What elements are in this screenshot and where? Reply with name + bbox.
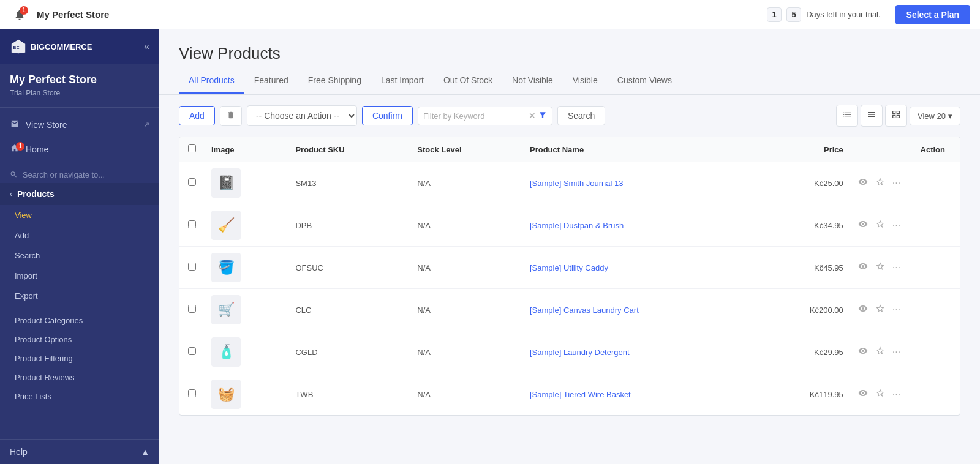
row-stock: N/A xyxy=(410,162,522,204)
search-button[interactable]: Search xyxy=(557,106,605,125)
row-checkbox[interactable] xyxy=(179,373,204,416)
eye-icon[interactable] xyxy=(858,219,868,231)
sidebar-item-price-lists[interactable]: Price Lists xyxy=(0,387,159,406)
product-name-link[interactable]: [Sample] Canvas Laundry Cart xyxy=(530,305,639,315)
view-count-chevron-icon: ▾ xyxy=(948,111,952,121)
star-icon[interactable] xyxy=(875,261,885,274)
row-sku: SM13 xyxy=(288,162,410,204)
table-row: 🧺 TWB N/A [Sample] Tiered Wire Basket Kč… xyxy=(179,373,960,416)
row-checkbox[interactable] xyxy=(179,331,204,373)
tab-last-import[interactable]: Last Import xyxy=(371,68,434,94)
row-checkbox[interactable] xyxy=(179,289,204,331)
sidebar-item-home[interactable]: 1 Home xyxy=(0,137,159,162)
action-select[interactable]: -- Choose an Action -- xyxy=(247,105,357,126)
select-plan-button[interactable]: Select a Plan xyxy=(895,5,970,24)
product-image: 🧴 xyxy=(211,337,241,367)
product-image: 📓 xyxy=(211,168,241,198)
toolbar: Add -- Choose an Action -- Confirm ✕ Sea… xyxy=(159,95,980,137)
product-image: 🛒 xyxy=(211,295,241,324)
row-name[interactable]: [Sample] Tiered Wire Basket xyxy=(522,373,758,416)
sidebar-item-search[interactable]: Search xyxy=(0,245,159,266)
product-name-link[interactable]: [Sample] Utility Caddy xyxy=(530,263,608,272)
star-icon[interactable] xyxy=(875,346,885,358)
sidebar-item-view[interactable]: View xyxy=(0,205,159,225)
more-options-icon[interactable]: ··· xyxy=(892,346,900,357)
sidebar-item-export[interactable]: Export xyxy=(0,286,159,306)
select-all-checkbox[interactable] xyxy=(188,144,196,152)
tab-out-of-stock[interactable]: Out Of Stock xyxy=(434,68,502,94)
eye-icon[interactable] xyxy=(858,261,868,274)
more-options-icon[interactable]: ··· xyxy=(892,389,900,400)
row-checkbox[interactable] xyxy=(179,247,204,289)
eye-icon[interactable] xyxy=(858,346,868,358)
row-name[interactable]: [Sample] Smith Journal 13 xyxy=(522,162,758,204)
star-icon[interactable] xyxy=(875,219,885,231)
compact-view-button[interactable] xyxy=(861,105,883,127)
sidebar-item-product-options[interactable]: Product Options xyxy=(0,330,159,349)
sidebar-item-add[interactable]: Add xyxy=(0,225,159,245)
more-options-icon[interactable]: ··· xyxy=(892,220,900,231)
row-sku: CLC xyxy=(288,289,410,331)
product-name-link[interactable]: [Sample] Dustpan & Brush xyxy=(530,221,624,230)
tab-free-shipping[interactable]: Free Shipping xyxy=(298,68,371,94)
row-image: 🛒 xyxy=(204,289,288,331)
filter-clear-icon[interactable]: ✕ xyxy=(529,111,536,121)
more-options-icon[interactable]: ··· xyxy=(892,262,900,273)
sidebar-item-view-store[interactable]: View Store ↗ xyxy=(0,113,159,137)
row-actions: ··· xyxy=(851,331,960,373)
row-stock: N/A xyxy=(410,289,522,331)
row-name[interactable]: [Sample] Canvas Laundry Cart xyxy=(522,289,758,331)
delete-button[interactable] xyxy=(220,106,242,126)
row-sku: OFSUC xyxy=(288,247,410,289)
tab-visible[interactable]: Visible xyxy=(563,68,608,94)
row-price: Kč34.95 xyxy=(758,204,851,247)
row-checkbox[interactable] xyxy=(179,162,204,204)
page-header: View Products xyxy=(159,29,980,63)
star-icon[interactable] xyxy=(875,177,885,189)
eye-icon[interactable] xyxy=(858,304,868,316)
sidebar-logo: BC BIGCOMMERCE xyxy=(10,38,92,55)
product-name-link[interactable]: [Sample] Smith Journal 13 xyxy=(530,179,623,188)
eye-icon[interactable] xyxy=(858,388,868,400)
row-name[interactable]: [Sample] Dustpan & Brush xyxy=(522,204,758,247)
view-count-button[interactable]: View 20 ▾ xyxy=(910,107,960,125)
sidebar-item-import[interactable]: Import xyxy=(0,266,159,286)
products-section-header[interactable]: ‹ Products xyxy=(0,183,159,205)
row-checkbox[interactable] xyxy=(179,204,204,247)
sidebar-collapse-button[interactable]: « xyxy=(144,41,149,52)
table-row: 🧹 DPB N/A [Sample] Dustpan & Brush Kč34.… xyxy=(179,204,960,247)
table-row: 🪣 OFSUC N/A [Sample] Utility Caddy Kč45.… xyxy=(179,247,960,289)
trash-icon xyxy=(227,111,235,119)
eye-icon[interactable] xyxy=(858,177,868,189)
store-info: My Perfect Store Trial Plan Store xyxy=(0,64,159,108)
tab-featured[interactable]: Featured xyxy=(244,68,298,94)
sidebar-item-product-filtering[interactable]: Product Filtering xyxy=(0,349,159,368)
star-icon[interactable] xyxy=(875,388,885,400)
list-view-button[interactable] xyxy=(836,105,858,127)
sidebar-item-product-reviews[interactable]: Product Reviews xyxy=(0,368,159,387)
grid-view-button[interactable] xyxy=(885,105,907,127)
row-price: Kč119.95 xyxy=(758,373,851,416)
filter-input[interactable] xyxy=(423,107,526,125)
row-name[interactable]: [Sample] Utility Caddy xyxy=(522,247,758,289)
product-image: 🪣 xyxy=(211,253,241,282)
confirm-button[interactable]: Confirm xyxy=(362,106,413,125)
more-options-icon[interactable]: ··· xyxy=(892,178,900,189)
sidebar-help[interactable]: Help ▲ xyxy=(0,439,159,464)
product-name-link[interactable]: [Sample] Tiered Wire Basket xyxy=(530,390,631,399)
filter-options-icon[interactable] xyxy=(538,111,547,121)
product-name-link[interactable]: [Sample] Laundry Detergent xyxy=(530,348,630,357)
sidebar-search-input[interactable] xyxy=(23,170,149,179)
more-options-icon[interactable]: ··· xyxy=(892,304,900,315)
tab-all-products[interactable]: All Products xyxy=(179,68,244,94)
add-button[interactable]: Add xyxy=(179,106,215,125)
sidebar-item-product-categories[interactable]: Product Categories xyxy=(0,311,159,330)
sidebar-search[interactable] xyxy=(0,167,159,183)
star-icon[interactable] xyxy=(875,304,885,316)
row-name[interactable]: [Sample] Laundry Detergent xyxy=(522,331,758,373)
tab-custom-views[interactable]: Custom Views xyxy=(608,68,682,94)
trial-day2: 5 xyxy=(786,7,801,22)
help-chevron-icon: ▲ xyxy=(141,447,149,457)
tab-not-visible[interactable]: Not Visible xyxy=(502,68,563,94)
notification-bell[interactable]: 1 xyxy=(10,5,29,24)
